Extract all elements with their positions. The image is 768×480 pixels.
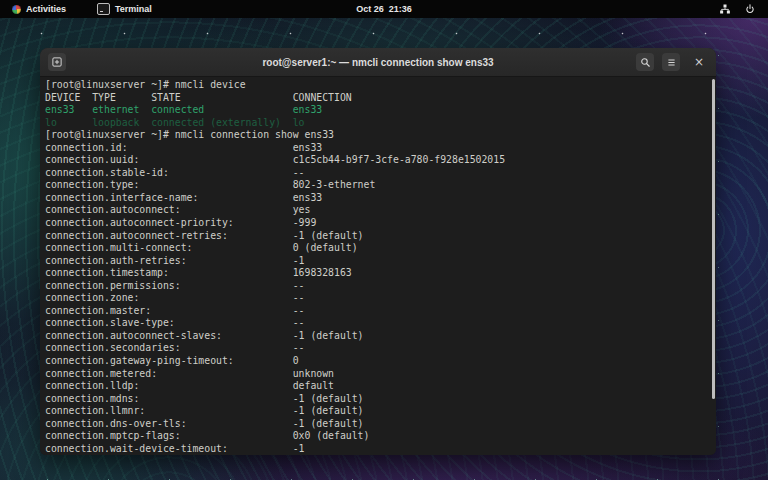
command-line: [root@linuxserver ~]# nmcli connection s…: [45, 129, 716, 142]
property-line: connection.autoconnect-retries: -1 (defa…: [45, 230, 716, 243]
new-tab-icon: [51, 56, 63, 68]
scrollbar-thumb[interactable]: [712, 79, 715, 399]
network-icon[interactable]: [719, 3, 731, 15]
property-line: connection.multi-connect: 0 (default): [45, 242, 716, 255]
property-line: connection.master: --: [45, 305, 716, 318]
property-line: connection.llmnr: -1 (default): [45, 405, 716, 418]
search-icon: [640, 57, 651, 68]
device-row: ens33 ethernet connected ens33: [45, 104, 716, 117]
terminal-window: root@server1:~ — nmcli connection show e…: [40, 48, 716, 455]
menu-button[interactable]: [662, 53, 680, 71]
search-button[interactable]: [636, 53, 654, 71]
activities-label: Activities: [26, 4, 66, 14]
property-line: connection.metered: unknown: [45, 368, 716, 381]
terminal-icon: [97, 3, 110, 15]
terminal-output: [root@linuxserver ~]# nmcli deviceDEVICE…: [45, 79, 716, 455]
property-line: connection.zone: --: [45, 292, 716, 305]
property-line: connection.gateway-ping-timeout: 0: [45, 355, 716, 368]
property-line: connection.wait-device-timeout: -1: [45, 443, 716, 455]
device-row: lo loopback connected (externally) lo: [45, 117, 716, 130]
property-line: connection.dns-over-tls: -1 (default): [45, 418, 716, 431]
property-line: connection.autoconnect: yes: [45, 204, 716, 217]
terminal-content[interactable]: [root@linuxserver ~]# nmcli deviceDEVICE…: [40, 77, 716, 455]
top-bar: Activities Terminal Oct 26 21:36: [0, 0, 768, 18]
property-line: connection.timestamp: 1698328163: [45, 267, 716, 280]
property-line: connection.lldp: default: [45, 380, 716, 393]
property-line: connection.interface-name: ens33: [45, 192, 716, 205]
property-line: connection.autoconnect-slaves: -1 (defau…: [45, 330, 716, 343]
close-button[interactable]: ×: [690, 53, 708, 71]
property-line: connection.secondaries: --: [45, 342, 716, 355]
property-line: connection.mdns: -1 (default): [45, 393, 716, 406]
property-line: connection.slave-type: --: [45, 317, 716, 330]
property-line: connection.autoconnect-priority: -999: [45, 217, 716, 230]
property-line: connection.type: 802-3-ethernet: [45, 179, 716, 192]
power-icon[interactable]: [744, 3, 756, 15]
property-line: connection.auth-retries: -1: [45, 255, 716, 268]
command-line: [root@linuxserver ~]# nmcli device: [45, 79, 716, 92]
property-line: connection.id: ens33: [45, 142, 716, 155]
hamburger-menu-icon: [666, 57, 677, 68]
new-tab-button[interactable]: [48, 53, 66, 71]
property-line: connection.stable-id: --: [45, 167, 716, 180]
property-line: connection.uuid: c1c5cb44-b9f7-3cfe-a780…: [45, 154, 716, 167]
terminal-headerbar[interactable]: root@server1:~ — nmcli connection show e…: [40, 48, 716, 77]
system-status-area[interactable]: [719, 0, 768, 18]
window-title: root@server1:~ — nmcli connection show e…: [262, 57, 493, 68]
device-table-header: DEVICE TYPE STATE CONNECTION: [45, 92, 716, 105]
distro-logo-icon: [12, 5, 21, 14]
property-line: connection.permissions: --: [45, 280, 716, 293]
property-line: connection.mptcp-flags: 0x0 (default): [45, 430, 716, 443]
activities-button[interactable]: Activities: [8, 2, 70, 16]
focused-app-name: Terminal: [115, 4, 152, 14]
clock[interactable]: Oct 26 21:36: [356, 0, 412, 18]
focused-app-indicator[interactable]: Terminal: [97, 3, 152, 15]
